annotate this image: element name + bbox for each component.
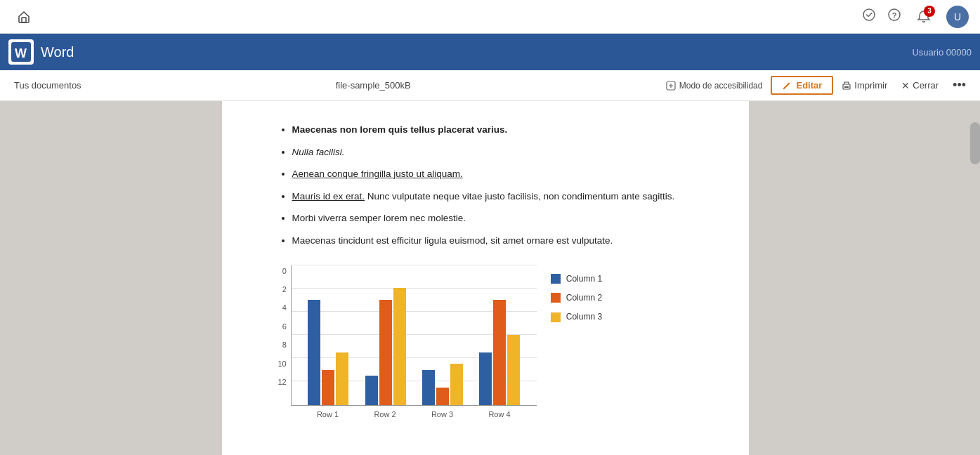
- x-label-row4: Row 4: [488, 409, 510, 421]
- tus-documentos-link[interactable]: Tus documentos: [8, 76, 87, 95]
- chart-area: 12 10 8 6 4 2 0: [278, 265, 603, 421]
- bar-blue-row3: [422, 370, 435, 405]
- bar-yellow-row4: [507, 335, 520, 405]
- check-circle-icon[interactable]: [862, 8, 876, 25]
- print-label: Imprimir: [854, 80, 887, 91]
- accessibility-label: Modo de accesibilidad: [679, 81, 763, 91]
- bar-group-row2: [365, 288, 406, 405]
- list-item: Maecenas tincidunt est efficitur ligula …: [292, 233, 693, 249]
- more-options-button[interactable]: •••: [947, 75, 972, 95]
- legend-item-col1: Column 1: [551, 272, 602, 286]
- bar-blue-row1: [308, 300, 320, 405]
- chart-legend: Column 1 Column 2 Column 3: [551, 265, 602, 421]
- legend-label-col1: Column 1: [566, 272, 602, 286]
- file-name: file-sample_500kB: [87, 80, 660, 91]
- doc-toolbar: Tus documentos file-sample_500kB Modo de…: [0, 70, 980, 101]
- svg-text:?: ?: [892, 11, 897, 20]
- scrollbar-track[interactable]: [970, 101, 980, 455]
- y-label: 2: [282, 284, 287, 296]
- chart-body: Row 1 Row 2 Row 3 Row 4: [291, 265, 537, 421]
- notification-button[interactable]: 3: [913, 6, 935, 28]
- bullet-list: Maecenas non lorem quis tellus placerat …: [292, 122, 693, 249]
- bar-yellow-row1: [336, 352, 348, 405]
- y-label: 4: [282, 302, 287, 315]
- bar-orange-row2: [379, 300, 392, 405]
- partial-underline: Mauris id ex erat.: [292, 191, 365, 202]
- edit-label: Editar: [796, 80, 822, 91]
- user-avatar[interactable]: U: [946, 6, 969, 28]
- help-icon[interactable]: ?: [887, 8, 901, 25]
- x-label-row1: Row 1: [317, 409, 339, 421]
- legend-item-col2: Column 2: [551, 291, 602, 305]
- app-bar: W Word Usuario 00000: [0, 34, 980, 70]
- bar-blue-row4: [479, 352, 492, 405]
- bar-yellow-row2: [393, 288, 406, 405]
- bar-group-row1: [308, 300, 348, 405]
- scrollbar-thumb[interactable]: [970, 122, 980, 164]
- bar-yellow-row3: [450, 364, 463, 404]
- print-button[interactable]: Imprimir: [836, 77, 893, 93]
- notification-badge: 3: [924, 6, 935, 17]
- svg-rect-8: [844, 86, 849, 88]
- underline-text: Aenean conque fringilla justo ut aliquam…: [292, 169, 463, 179]
- document-container: Maecenas non lorem quis tellus placerat …: [0, 101, 970, 455]
- system-bar: ? 3 U: [0, 0, 980, 34]
- list-item: Aenean conque fringilla justo ut aliquam…: [292, 166, 693, 182]
- svg-point-1: [863, 9, 875, 20]
- mixed-text: Mauris id ex erat. Nunc vulputate neque …: [292, 191, 675, 202]
- bar-group-row3: [422, 364, 463, 404]
- chart-x-axis: Row 1 Row 2 Row 3 Row 4: [291, 406, 537, 421]
- bar-orange-row1: [322, 370, 334, 405]
- bar-orange-row4: [493, 300, 506, 405]
- home-button[interactable]: [11, 4, 37, 29]
- document-page: Maecenas non lorem quis tellus placerat …: [222, 101, 749, 455]
- legend-swatch-col2: [551, 293, 561, 303]
- legend-label-col3: Column 3: [566, 310, 602, 324]
- x-label-row3: Row 3: [431, 409, 453, 421]
- bar-group-row4: [479, 300, 520, 405]
- main-area: Maecenas non lorem quis tellus placerat …: [0, 101, 980, 455]
- bars-row: [292, 265, 537, 405]
- list-item: Morbi viverra semper lorem nec molestie.: [292, 211, 693, 226]
- y-label: 12: [278, 376, 287, 389]
- bold-text: Maecenas non lorem quis tellus placerat …: [292, 124, 508, 135]
- toolbar-right: Modo de accesibilidad Editar Imprimir ✕ …: [660, 75, 972, 95]
- system-bar-right: ? 3 U: [862, 6, 969, 28]
- system-bar-left: [11, 4, 37, 29]
- close-x-icon: ✕: [901, 80, 910, 91]
- plain-text-2: Maecenas tincidunt est efficitur ligula …: [292, 235, 613, 246]
- close-button[interactable]: ✕ Cerrar: [896, 77, 944, 94]
- accessibility-button[interactable]: Modo de accesibilidad: [660, 77, 769, 94]
- y-label: 10: [278, 358, 287, 371]
- legend-label-col2: Column 2: [566, 291, 602, 305]
- plain-text: Morbi viverra semper lorem nec molestie.: [292, 213, 466, 223]
- bar-blue-row2: [365, 376, 378, 405]
- user-name: Usuario 00000: [912, 47, 972, 58]
- close-label: Cerrar: [913, 80, 939, 91]
- y-label: 8: [282, 339, 287, 352]
- bar-orange-row3: [436, 388, 449, 405]
- chart-container: 12 10 8 6 4 2 0: [278, 265, 693, 421]
- list-item: Nulla facilisi.: [292, 145, 693, 160]
- legend-item-col3: Column 3: [551, 310, 602, 324]
- app-title: Word: [41, 44, 912, 60]
- list-item: Mauris id ex erat. Nunc vulputate neque …: [292, 189, 693, 204]
- italic-text: Nulla facilisi.: [292, 147, 345, 157]
- document-content: Maecenas non lorem quis tellus placerat …: [278, 122, 693, 421]
- x-label-row2: Row 2: [374, 409, 396, 421]
- legend-swatch-col3: [551, 312, 561, 322]
- chart-bars-area: [291, 265, 537, 406]
- word-app-icon: W: [8, 39, 34, 65]
- edit-button[interactable]: Editar: [771, 76, 833, 95]
- list-item: Maecenas non lorem quis tellus placerat …: [292, 122, 693, 138]
- y-label: 0: [282, 265, 287, 278]
- svg-rect-0: [22, 18, 26, 22]
- y-label: 6: [282, 321, 287, 334]
- chart-y-axis: 12 10 8 6 4 2 0: [278, 265, 291, 406]
- legend-swatch-col1: [551, 274, 561, 284]
- svg-text:W: W: [15, 46, 27, 60]
